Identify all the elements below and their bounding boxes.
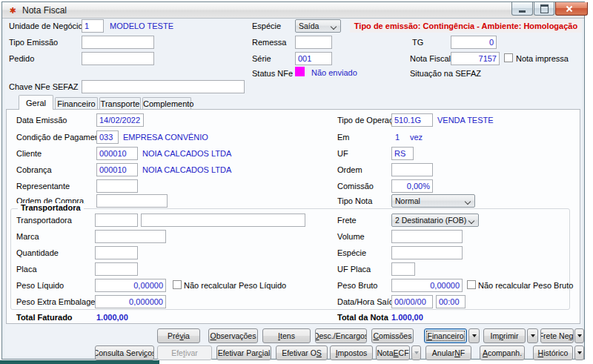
ordem-compra-input[interactable] xyxy=(96,194,168,208)
hora-saida-input[interactable]: 00:00 xyxy=(436,295,466,308)
transportadora-code-input[interactable] xyxy=(95,214,138,227)
imprimir-dropdown-arrow[interactable] xyxy=(527,328,538,343)
frete-select[interactable]: 2 Destinatario (FOB) xyxy=(391,214,479,227)
data-saida-input[interactable]: 00/00/00 xyxy=(391,295,433,308)
representante-input[interactable] xyxy=(96,179,138,193)
tipo-nota-select[interactable]: Normal xyxy=(391,194,475,208)
observacoes-button[interactable]: Observações xyxy=(208,328,258,343)
peso-liquido-label: Peso Líquido xyxy=(16,281,64,290)
cliente-input[interactable]: 000010 xyxy=(96,147,138,160)
emission-banner: Tipo de emissão: Contingência - Ambiente… xyxy=(350,19,582,33)
data-hora-saida-label: Data/Hora Saída xyxy=(337,297,398,306)
especie-transporte-input[interactable] xyxy=(391,246,463,259)
volume-label: Volume xyxy=(337,232,365,241)
tg-input[interactable]: 0 xyxy=(451,36,497,49)
serie-input[interactable]: 001 xyxy=(295,52,332,65)
nao-recalcular-peso-bruto-checkbox[interactable] xyxy=(467,280,476,289)
uf-placa-input[interactable] xyxy=(391,262,415,276)
nota-impressa-label: Nota impressa xyxy=(516,54,569,63)
peso-extra-label: Peso Extra Embalagem xyxy=(16,297,102,306)
anular-nf-button[interactable]: Anular NF xyxy=(425,345,471,360)
cliente-label: Cliente xyxy=(16,149,42,158)
title-bar[interactable]: ✱ Nota Fiscal xyxy=(2,2,584,19)
volume-input[interactable] xyxy=(391,230,463,243)
efetivar-parcial-button[interactable]: Efetivar Parcial xyxy=(216,345,271,360)
financeiro-button[interactable]: Financeiro xyxy=(424,328,467,343)
placa-label: Placa xyxy=(16,265,37,274)
frete-label: Frete xyxy=(337,216,357,225)
tipo-operacao-input[interactable]: 510.1G xyxy=(391,113,433,127)
peso-bruto-label: Peso Bruto xyxy=(337,281,377,290)
unidade-negocio-label: Unidade de Negócio xyxy=(9,21,83,30)
chave-nfe-input[interactable] xyxy=(82,80,245,93)
maximize-button[interactable] xyxy=(534,2,554,16)
peso-bruto-input[interactable]: 0,00000 xyxy=(391,279,463,292)
historico-dropdown-arrow[interactable] xyxy=(574,345,584,360)
nota-ecf-dropdown-arrow xyxy=(411,345,421,360)
condicao-pagamento-input[interactable]: 033 xyxy=(96,130,119,144)
efetivar-os-button[interactable]: Efetivar OS xyxy=(276,345,328,360)
transportadora-label: Transportadora xyxy=(16,216,72,225)
transportadora-group-title: Transportadora xyxy=(18,203,84,212)
total-nota-label: Total da Nota xyxy=(337,313,388,322)
tipo-emissao-input[interactable] xyxy=(82,36,154,49)
total-faturado-value: 1.000,00 xyxy=(96,313,128,322)
peso-extra-input[interactable]: 0,000000 xyxy=(95,295,166,308)
background-window-edge xyxy=(0,360,159,364)
itens-button[interactable]: Itens xyxy=(262,328,311,343)
comissoes-button[interactable]: Comissões xyxy=(371,328,414,343)
financeiro-dropdown-arrow[interactable] xyxy=(468,328,480,343)
nota-ecf-button[interactable]: Nota ECF xyxy=(376,345,410,360)
condicao-pagamento-label: Condição de Pagamento xyxy=(16,133,106,142)
consulta-servicos-button[interactable]: Consulta Serviços xyxy=(95,345,154,360)
total-faturado-label: Total Faturado xyxy=(16,313,73,322)
tg-label: TG xyxy=(412,38,423,47)
placa-input[interactable] xyxy=(95,262,138,276)
uf-input[interactable]: RS xyxy=(391,147,414,160)
minimize-button[interactable] xyxy=(511,2,533,16)
ordem-input[interactable] xyxy=(391,163,433,176)
acompanh-button[interactable]: Acompanh. xyxy=(480,345,525,360)
nota-impressa-checkbox[interactable] xyxy=(504,53,513,62)
status-nfe-label: Status NFe xyxy=(252,69,293,78)
historico-button[interactable]: Histórico xyxy=(533,345,573,360)
imprimir-button[interactable]: Imprimir xyxy=(483,328,526,343)
impostos-button[interactable]: Impostos xyxy=(330,345,373,360)
total-nota-value: 1.000,00 xyxy=(391,313,423,322)
status-nfe-color-swatch xyxy=(295,67,305,76)
tipo-emissao-label: Tipo Emissão xyxy=(9,38,58,47)
data-emissao-label: Data Emissão xyxy=(16,116,67,125)
cobranca-input[interactable]: 000010 xyxy=(96,163,138,176)
data-emissao-input[interactable]: 14/02/2022 xyxy=(96,113,144,127)
frete-neg-button[interactable]: Frete Neg. xyxy=(540,328,574,343)
tipo-nota-label: Tipo Nota xyxy=(337,196,372,205)
pedido-input[interactable] xyxy=(82,52,154,65)
tab-financeiro[interactable]: Financeiro xyxy=(55,97,98,110)
remessa-input[interactable] xyxy=(295,36,332,49)
close-button[interactable] xyxy=(555,2,588,16)
especie-label: Espécie xyxy=(252,21,281,30)
marca-input[interactable] xyxy=(95,230,166,243)
desc-encargos-button[interactable]: Desc./Encargos xyxy=(315,328,367,343)
previa-button[interactable]: Prévia xyxy=(157,328,200,343)
tab-complemento[interactable]: Complemento xyxy=(142,97,191,110)
comissao-input[interactable]: 0,00% xyxy=(391,179,433,193)
efetivar-button: Efetivar xyxy=(157,345,212,360)
especie-select[interactable]: Saída xyxy=(295,19,341,33)
app-icon: ✱ xyxy=(7,5,19,16)
serie-label: Série xyxy=(252,54,271,63)
tab-geral[interactable]: Geral xyxy=(19,95,53,110)
screen: ✱ Nota Fiscal Tipo de emissão: Contingên… xyxy=(0,0,593,364)
transportadora-name-input[interactable] xyxy=(141,214,305,227)
tipo-operacao-desc: VENDA TESTE xyxy=(437,116,494,125)
unidade-negocio-input[interactable]: 1 xyxy=(82,19,104,33)
marca-label: Marca xyxy=(16,232,39,241)
peso-liquido-input[interactable]: 0,00000 xyxy=(95,279,166,292)
chave-nfe-label: Chave NFe SEFAZ xyxy=(9,82,79,91)
nao-recalcular-peso-liquido-checkbox[interactable] xyxy=(173,280,182,289)
quantidade-input[interactable] xyxy=(95,246,138,259)
tab-transporte[interactable]: Transporte xyxy=(99,97,141,110)
situacao-sefaz-label: Situação na SEFAZ xyxy=(410,69,481,78)
frete-neg-dropdown-arrow[interactable] xyxy=(574,328,584,343)
nota-fiscal-input[interactable]: 7157 xyxy=(451,52,500,65)
